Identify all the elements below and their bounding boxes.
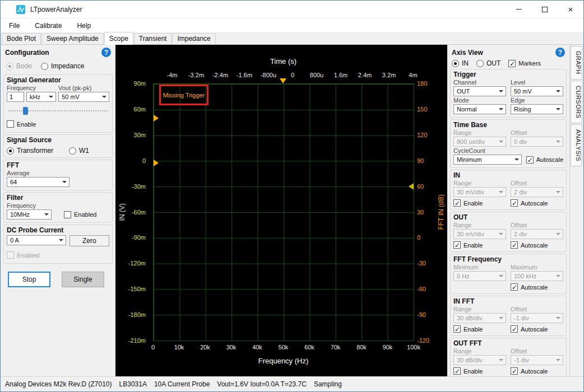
filter-frequency-select[interactable]: 10MHz [7, 209, 52, 220]
single-button[interactable]: Single [62, 272, 104, 287]
in-enable-checkbox[interactable]: Enable [453, 199, 506, 207]
tick-label: -120m [128, 260, 146, 267]
selected-value: 2 div [514, 189, 527, 195]
in-fft-range-label: Range [453, 306, 506, 312]
maximize-button[interactable] [532, 1, 558, 18]
tab-bode-plot[interactable]: Bode Plot [2, 33, 41, 44]
selected-value: OUT [457, 88, 470, 95]
configuration-title: Configuration [5, 49, 49, 57]
in-fft-group: IN FFT Range Offset 30 dB/div -1 div [450, 296, 567, 336]
tick-label: -60m [132, 209, 146, 216]
right-panel: Axis View ? IN OUT Markers Trigger [447, 45, 569, 376]
autoscale-label: Autoscale [521, 242, 548, 249]
menu-file[interactable]: File [9, 22, 20, 30]
in-zero-marker-icon[interactable] [154, 160, 159, 166]
generator-enable-checkbox[interactable]: Enable [7, 120, 36, 128]
vout-select[interactable]: 50 mV [58, 92, 109, 102]
help-icon[interactable]: ? [101, 48, 111, 57]
slider-thumb[interactable] [23, 107, 28, 115]
out-fft-enable-checkbox[interactable]: Enable [453, 367, 506, 375]
menu-calibrate[interactable]: Calibrate [35, 22, 62, 30]
selected-value: -1 div [514, 315, 529, 321]
in-autoscale-checkbox[interactable]: Autoscale [511, 199, 563, 207]
tab-transient[interactable]: Transient [134, 33, 172, 44]
help-glyph: ? [558, 49, 562, 57]
tab-impedance[interactable]: Impedance [172, 33, 215, 44]
tick-label: 1.6m [334, 72, 347, 78]
minimize-button[interactable] [506, 1, 532, 18]
help-icon[interactable]: ? [555, 48, 565, 57]
w1-radio[interactable]: W1 [69, 147, 89, 155]
selected-value: -1 div [514, 357, 529, 363]
close-button[interactable]: × [558, 1, 583, 18]
time-base-autoscale-checkbox[interactable]: Autoscale [526, 155, 563, 165]
bode-radio[interactable]: Bode [6, 62, 32, 70]
trigger-level-marker-icon[interactable] [154, 115, 159, 122]
in-fft-enable-checkbox[interactable]: Enable [453, 325, 506, 333]
tick-label: 0 [142, 157, 146, 164]
axis-out-radio[interactable]: OUT [476, 59, 500, 67]
filter-enabled-label: Enabled [74, 211, 96, 218]
time-base-range-label: Range [453, 129, 506, 136]
transformer-radio[interactable]: Transformer [7, 147, 53, 155]
frequency-axis-title: Frequency (Hz) [153, 357, 414, 365]
configuration-mode-radios: Bode Impedance [6, 62, 110, 70]
trigger-channel-select[interactable]: OUT [453, 86, 506, 96]
maximize-icon [542, 7, 548, 12]
trigger-time-marker-icon[interactable] [280, 78, 286, 83]
axis-in-radio[interactable]: IN [452, 59, 469, 67]
checkbox-box [64, 211, 71, 218]
tab-sweep-amplitude[interactable]: Sweep Amplitude [41, 33, 104, 44]
menu-help[interactable]: Help [77, 22, 91, 30]
in-axis-title: IN (V) [118, 203, 126, 221]
tick-label: 80k [356, 344, 367, 351]
in-fft-autoscale-checkbox[interactable]: Autoscale [511, 325, 563, 333]
tick-label: -2.4m [212, 72, 228, 78]
filter-enabled-checkbox[interactable]: Enabled [64, 211, 96, 218]
fft-frequency-autoscale-checkbox[interactable]: Autoscale [511, 283, 563, 291]
trigger-channel-label: Channel [453, 79, 506, 86]
trigger-level-combo[interactable]: 50 mV [511, 86, 563, 96]
cycle-count-select[interactable]: Minimum [453, 155, 522, 165]
dc-current-select[interactable]: 0 A [7, 235, 66, 245]
signal-generator-controls: kHz 50 mV [7, 92, 109, 102]
trigger-mode-select[interactable]: Normal [453, 104, 506, 114]
trigger-edge-select[interactable]: Rising [511, 104, 563, 114]
out-autoscale-checkbox[interactable]: Autoscale [511, 241, 563, 249]
status-module: LB3031A [119, 380, 147, 388]
trigger-mode-label: Mode [453, 97, 506, 104]
amplitude-slider[interactable] [8, 106, 108, 115]
selected-value: 10MHz [10, 211, 30, 218]
side-tab-graph[interactable]: GRAPH [571, 46, 582, 80]
tick-label: 10k [174, 344, 184, 351]
axis-view-controls: IN OUT Markers [452, 59, 565, 67]
side-tab-analysis[interactable]: ANALYSIS [571, 124, 582, 166]
tick-label: -800u [261, 72, 276, 78]
fft-average-select[interactable]: 64 [7, 177, 69, 187]
out-offset-label: Offset [511, 222, 563, 228]
markers-label: Markers [518, 60, 541, 67]
impedance-radio[interactable]: Impedance [41, 62, 84, 70]
checkbox-box [511, 241, 518, 249]
out-enable-checkbox[interactable]: Enable [453, 241, 506, 249]
tab-scope[interactable]: Scope [104, 32, 133, 45]
frequency-unit-select[interactable]: kHz [26, 92, 56, 102]
tick-label: 60k [304, 344, 314, 351]
side-tab-cursors[interactable]: CURSORS [571, 81, 582, 124]
zero-button[interactable]: Zero [69, 235, 109, 246]
status-state: Sampling [314, 380, 342, 388]
status-probe: 10A Current Probe [154, 380, 210, 388]
fft-axis-title-wrap: FFT IN (dB) [437, 83, 445, 340]
fft-level-marker-icon[interactable] [409, 183, 414, 190]
markers-checkbox[interactable]: Markers [508, 60, 541, 67]
dc-enabled-label: Enabled [17, 252, 39, 259]
radio-dot [452, 60, 459, 67]
signal-source-title: Signal Source [7, 136, 109, 144]
out-fft-autoscale-checkbox[interactable]: Autoscale [511, 367, 563, 375]
frequency-input[interactable] [7, 92, 24, 102]
out-range-select: 30 mV/div [453, 229, 506, 239]
out-channel-title: OUT [453, 213, 563, 221]
stop-button[interactable]: Stop [8, 272, 50, 287]
out-fft-title: OUT FFT [453, 339, 563, 347]
selected-value: Normal [457, 106, 476, 113]
